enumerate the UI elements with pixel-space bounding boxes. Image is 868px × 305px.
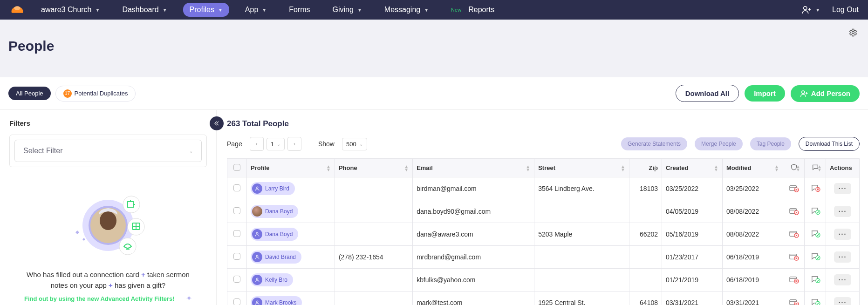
col-profile[interactable]: Profile▲▼ [247, 159, 335, 177]
promo-illustration [66, 186, 150, 260]
cell-zip [629, 269, 662, 291]
page-prev-button[interactable]: ‹ [250, 137, 264, 151]
page-select[interactable]: 1⌄ [267, 138, 285, 150]
svg-point-8 [123, 196, 140, 213]
chevron-down-icon: ▼ [218, 7, 223, 13]
avatar [252, 206, 262, 217]
cell-comm-status [805, 246, 826, 269]
avatar [252, 183, 262, 194]
nav-org-switcher[interactable]: aware3 Church▼ [34, 3, 106, 17]
cell-zip: 64108 [629, 291, 662, 305]
show-select[interactable]: 500⌄ [342, 138, 367, 150]
cell-phone [335, 223, 412, 246]
row-actions-button[interactable]: ··· [834, 206, 852, 217]
nav-profiles[interactable]: Profiles▼ [183, 3, 229, 17]
cell-comm-status [805, 269, 826, 291]
select-all-checkbox[interactable] [233, 164, 240, 171]
nav-reports[interactable]: New!Reports [444, 3, 501, 17]
tag-people-button[interactable]: Tag People [750, 137, 791, 150]
col-zip[interactable]: Zip▲▼ [629, 159, 662, 177]
cell-street: 3564 Lindberg Ave. [534, 177, 629, 200]
chevron-down-icon: ▼ [163, 7, 167, 13]
cell-street [534, 200, 629, 223]
page-next-button[interactable]: › [287, 137, 301, 151]
cell-created: 04/05/2019 [662, 200, 723, 223]
user-plus-icon [801, 5, 812, 15]
col-modified[interactable]: Modified▲▼ [723, 159, 783, 177]
profile-chip[interactable]: Kelly Bro [251, 273, 293, 286]
profile-chip[interactable]: Larry Bird [251, 182, 295, 195]
add-person-button[interactable]: Add Person [791, 85, 860, 102]
avatar [252, 229, 262, 239]
cell-phone [335, 177, 412, 200]
cell-phone [335, 269, 412, 291]
download-list-button[interactable]: Download This List [799, 137, 860, 151]
cell-zip [629, 246, 662, 269]
collapse-sidebar-button[interactable] [210, 116, 224, 130]
cell-giving-status [783, 269, 805, 291]
filter-select[interactable]: Select Filter ⌄ [14, 140, 202, 162]
nav-forms[interactable]: Forms [282, 3, 316, 17]
profile-name: Kelly Bro [265, 277, 287, 283]
col-email[interactable]: Email▲▼ [413, 159, 534, 177]
duplicate-count-badge: 17 [63, 89, 72, 98]
page-label: Page [227, 140, 242, 148]
nav-messaging[interactable]: Messaging▼ [378, 3, 435, 17]
nav-giving[interactable]: Giving▼ [326, 3, 369, 17]
row-checkbox[interactable] [233, 230, 240, 237]
cell-giving-status [783, 291, 805, 305]
generate-statements-button[interactable]: Generate Statements [621, 137, 687, 150]
row-checkbox[interactable] [233, 276, 240, 283]
svg-point-36 [256, 301, 258, 303]
profile-chip[interactable]: David Brand [251, 251, 301, 264]
profile-name: Larry Bird [265, 185, 289, 192]
avatar [252, 252, 262, 262]
avatar [252, 275, 262, 285]
cell-phone: (278) 232-1654 [335, 246, 412, 269]
row-actions-button[interactable]: ··· [834, 183, 852, 194]
promo-cta-link[interactable]: Find out by using the new Advanced Activ… [24, 295, 175, 302]
row-actions-button[interactable]: ··· [834, 251, 852, 263]
chevron-down-icon: ▼ [424, 7, 429, 13]
nav-dashboard[interactable]: Dashboard▼ [116, 3, 173, 17]
logout-link[interactable]: Log Out [832, 6, 859, 14]
cell-modified: 03/31/2021 [723, 291, 783, 305]
row-actions-button[interactable]: ··· [834, 229, 852, 240]
row-checkbox[interactable] [233, 207, 240, 214]
col-phone[interactable]: Phone▲▼ [335, 159, 412, 177]
col-created[interactable]: Created▲▼ [662, 159, 723, 177]
profile-chip[interactable]: Mark Brooks [251, 296, 302, 305]
import-button[interactable]: Import [745, 85, 785, 102]
chevron-down-icon: ▼ [815, 7, 820, 13]
settings-button[interactable] [848, 28, 858, 39]
row-actions-button[interactable]: ··· [834, 297, 852, 305]
cell-comm-status [805, 291, 826, 305]
tab-all-people[interactable]: All People [8, 87, 51, 100]
row-checkbox[interactable] [233, 184, 240, 191]
row-checkbox[interactable] [233, 298, 240, 305]
col-giving[interactable]: ▲▼ [783, 159, 805, 177]
cell-giving-status [783, 200, 805, 223]
row-actions-button[interactable]: ··· [834, 274, 852, 285]
cell-created: 05/16/2019 [662, 223, 723, 246]
col-street[interactable]: Street▲▼ [534, 159, 629, 177]
download-all-button[interactable]: Download All [676, 85, 739, 102]
svg-point-21 [256, 232, 258, 234]
cell-phone [335, 200, 412, 223]
row-checkbox[interactable] [233, 253, 240, 260]
account-menu[interactable]: ▼ [801, 5, 820, 15]
show-label: Show [318, 140, 335, 148]
nav-app[interactable]: App▼ [239, 3, 273, 17]
cell-modified: 08/08/2022 [723, 200, 783, 223]
svg-point-3 [802, 91, 805, 94]
gear-icon [848, 28, 858, 37]
profile-name: Dana Boyd [265, 231, 293, 237]
merge-people-button[interactable]: Merge People [695, 137, 743, 150]
profile-chip[interactable]: Dana Boyd [251, 205, 298, 218]
cell-email: dana.boyd90@gmail.com [413, 200, 534, 223]
profile-name: David Brand [265, 254, 296, 260]
col-comm[interactable]: ▲▼ [805, 159, 826, 177]
promo-text: Who has filled out a connection card + t… [23, 270, 193, 291]
profile-chip[interactable]: Dana Boyd [251, 228, 298, 241]
tab-potential-duplicates[interactable]: 17 Potential Duplicates [55, 86, 136, 102]
